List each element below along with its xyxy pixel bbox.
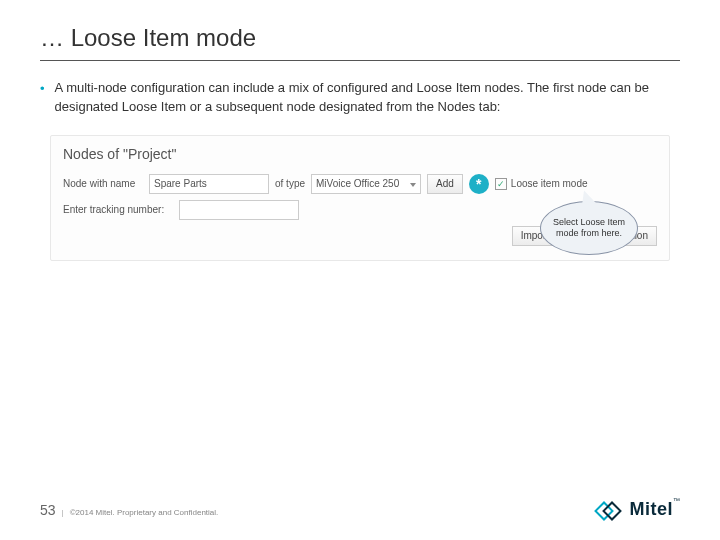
node-type-select[interactable]: MiVoice Office 250 xyxy=(311,174,421,194)
mitel-logo-icon xyxy=(597,500,623,520)
bullet-text: A multi-node configuration can include a… xyxy=(55,79,680,117)
of-type-label: of type xyxy=(275,178,305,189)
footer-left: 53 | ©2014 Mitel. Proprietary and Confid… xyxy=(40,502,218,518)
bullet-item: • A multi-node configuration can include… xyxy=(40,79,680,117)
embedded-screenshot: Nodes of "Project" Node with name Spare … xyxy=(50,135,670,261)
footer-copyright: ©2014 Mitel. Proprietary and Confidentia… xyxy=(70,508,219,517)
slide-footer: 53 | ©2014 Mitel. Proprietary and Confid… xyxy=(40,499,680,520)
bullet-marker: • xyxy=(40,80,45,117)
add-button[interactable]: Add xyxy=(427,174,463,194)
panel-heading: Nodes of "Project" xyxy=(63,146,657,162)
mitel-logo-text: Mitel xyxy=(629,499,673,519)
callout-bubble: Select Loose Item mode from here. xyxy=(540,201,638,255)
trademark-symbol: ™ xyxy=(673,497,680,504)
mitel-logo: Mitel™ xyxy=(597,499,680,520)
page-title: … Loose Item mode xyxy=(40,24,680,61)
node-name-label: Node with name xyxy=(63,178,143,189)
loose-item-label: Loose item mode xyxy=(511,178,588,189)
add-node-row: Node with name Spare Parts of type MiVoi… xyxy=(63,174,657,194)
page-number: 53 xyxy=(40,502,56,518)
tracking-number-input[interactable] xyxy=(179,200,299,220)
tracking-label: Enter tracking number: xyxy=(63,204,173,215)
checkmark-icon: ✓ xyxy=(495,178,507,190)
slide: … Loose Item mode • A multi-node configu… xyxy=(0,0,720,540)
star-burst-icon: * xyxy=(469,174,489,194)
footer-separator: | xyxy=(62,508,64,517)
node-name-input[interactable]: Spare Parts xyxy=(149,174,269,194)
loose-item-checkbox[interactable]: ✓ Loose item mode xyxy=(495,178,588,190)
